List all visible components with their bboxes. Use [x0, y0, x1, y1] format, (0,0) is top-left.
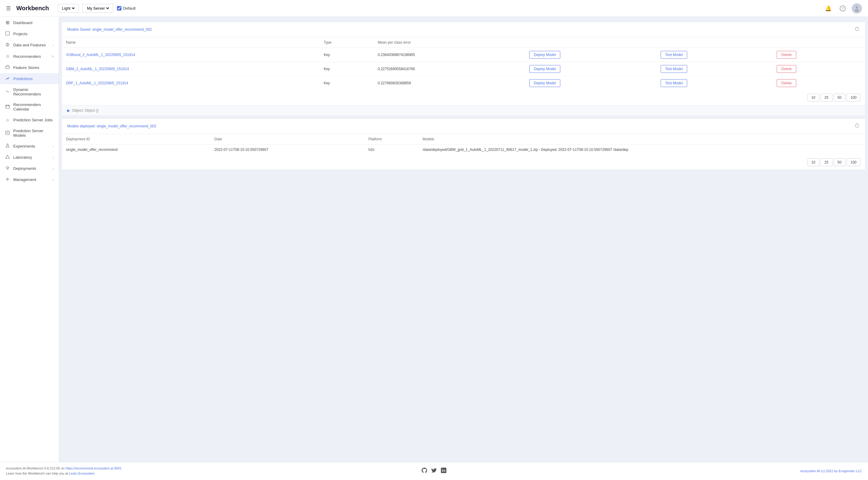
- test-model-button[interactable]: Test Model: [661, 65, 687, 73]
- page-btn-25[interactable]: 25: [820, 94, 832, 101]
- deployment-date: 2022-07-11T08:15:10.550729607: [210, 144, 364, 155]
- sidebar-label-recommenders: Recommenders: [13, 54, 49, 59]
- test-model-button[interactable]: Test Model: [661, 51, 687, 59]
- sidebar-item-feature-stores[interactable]: Feature Stores: [0, 62, 59, 73]
- avatar[interactable]: [852, 3, 862, 13]
- sidebar-item-prediction-server-models[interactable]: Prediction Server Models: [0, 126, 59, 141]
- delete-model-button[interactable]: Delete: [777, 51, 796, 59]
- model-type: Key: [319, 76, 373, 90]
- sidebar-item-recommenders[interactable]: ☆ Recommenders ∨: [0, 50, 59, 62]
- deploy-model-button[interactable]: Deploy Model: [529, 65, 560, 73]
- sidebar-item-management[interactable]: Management ‹: [0, 174, 59, 185]
- deploy-model-button[interactable]: Deploy Model: [529, 51, 560, 59]
- deployment-platform: h2o: [364, 144, 418, 155]
- svg-rect-4: [6, 32, 9, 35]
- models-saved-table-wrap: Name Type Mean per class error XGBoost_2…: [62, 37, 865, 90]
- test-model-button[interactable]: Test Model: [661, 79, 687, 87]
- models-saved-header: Models Saved: single_model_offer_recomme…: [62, 22, 865, 37]
- footer-link-learn[interactable]: Learn.Ecosystem: [69, 472, 95, 475]
- sidebar-item-dashboard[interactable]: ⊞ Dashboard: [0, 17, 59, 28]
- sidebar-item-experiments[interactable]: Experiments ‹: [0, 141, 59, 152]
- default-checkbox[interactable]: [117, 6, 121, 10]
- model-type: Key: [319, 62, 373, 76]
- svg-point-18: [7, 179, 8, 180]
- sidebar-item-predictions[interactable]: Predictions: [0, 73, 59, 84]
- svg-marker-16: [6, 155, 9, 159]
- model-error: 0.23640368874198905: [373, 48, 525, 62]
- deployed-page-btn-10[interactable]: 10: [807, 159, 819, 166]
- projects-icon: [5, 31, 10, 36]
- models-deployed-table-wrap: Deployment ID Date Platform Models singl…: [62, 134, 865, 155]
- deploy-model-button[interactable]: Deploy Model: [529, 79, 560, 87]
- server-selector[interactable]: My Server: [83, 4, 113, 13]
- github-icon[interactable]: [422, 468, 427, 474]
- recommenders-calendar-icon: [5, 104, 10, 110]
- prediction-server-models-icon: [5, 131, 10, 136]
- deployment-id: single_model_offer_recommend: [62, 144, 210, 155]
- sidebar-item-recommenders-calendar[interactable]: Recommenders Calendar: [0, 99, 59, 114]
- model-name-link[interactable]: XGBoost_2_AutoML_1_20220905_151914: [66, 53, 135, 57]
- model-name-link[interactable]: GBM_2_AutoML_1_20220905_151914: [66, 67, 129, 71]
- col-header-error: Mean per class error: [373, 37, 525, 48]
- server-select-input[interactable]: My Server: [86, 6, 110, 11]
- sidebar-label-experiments: Experiments: [13, 144, 50, 148]
- col-header-platform: Platform: [364, 134, 418, 144]
- twitter-icon[interactable]: [431, 468, 437, 474]
- model-error: 0.22752690558416766: [373, 62, 525, 76]
- dashboard-icon: ⊞: [5, 20, 10, 25]
- col-header-name: Name: [62, 37, 319, 48]
- sidebar-label-predictions: Predictions: [13, 76, 54, 81]
- sidebar-item-laboratory[interactable]: Laboratory ‹: [0, 152, 59, 163]
- footer-text2: Learn how the Workbench can help you at: [6, 472, 69, 475]
- models-deployed-pagination: 10 25 50 100: [62, 155, 865, 170]
- models-deployed-refresh-button[interactable]: [855, 123, 860, 130]
- sidebar-item-deployments[interactable]: Deployments ‹: [0, 163, 59, 174]
- help-button[interactable]: ?: [837, 3, 848, 14]
- page-btn-100[interactable]: 100: [846, 94, 861, 101]
- deployed-page-btn-100[interactable]: 100: [846, 159, 861, 166]
- main-content: Models Saved: single_model_offer_recomme…: [59, 17, 868, 462]
- sidebar-label-feature-stores: Feature Stores: [13, 65, 54, 70]
- deployments-chevron-icon: ‹: [53, 167, 54, 170]
- table-row: single_model_offer_recommend 2022-07-11T…: [62, 144, 865, 155]
- prediction-server-jobs-icon: ○: [5, 117, 10, 123]
- notifications-button[interactable]: 🔔: [823, 3, 834, 14]
- linkedin-icon[interactable]: [441, 468, 446, 474]
- footer-copyright-link[interactable]: ecosystem.AI (c) 2022: [800, 469, 833, 473]
- model-type: Key: [319, 48, 373, 62]
- sidebar-item-prediction-server-jobs[interactable]: ○ Prediction Server Jobs: [0, 114, 59, 126]
- delete-model-button[interactable]: Delete: [777, 65, 796, 73]
- svg-point-3: [855, 9, 859, 12]
- svg-rect-7: [6, 66, 9, 69]
- app-logo: Workbench: [16, 5, 49, 12]
- page-btn-10[interactable]: 10: [807, 94, 819, 101]
- model-name-link[interactable]: DRF_1_AutoML_1_20220905_151914: [66, 81, 128, 85]
- deployed-page-btn-25[interactable]: 25: [820, 159, 832, 166]
- predictions-icon: [5, 76, 10, 81]
- sidebar-item-dynamic-recommenders[interactable]: Dynamic Recommenders: [0, 84, 59, 99]
- sidebar-item-data-features[interactable]: Data and Features ‹: [0, 39, 59, 50]
- theme-selector[interactable]: Light Dark: [58, 4, 79, 13]
- footer-left: ecosystem.Ai Workbench 0.6.212.05 on htt…: [6, 466, 422, 476]
- management-icon: [5, 177, 10, 182]
- page-btn-50[interactable]: 50: [834, 94, 845, 101]
- default-label: Default: [123, 6, 135, 10]
- footer-link-server[interactable]: https://recommend.ecosystem.ai:3001: [65, 467, 121, 470]
- menu-icon[interactable]: ☰: [6, 5, 11, 12]
- experiments-icon: [5, 144, 10, 149]
- models-deployed-header: Models deployed: single_model_offer_reco…: [62, 118, 865, 134]
- expand-arrow-icon[interactable]: ▶: [67, 108, 70, 113]
- dynamic-recommenders-icon: [5, 90, 10, 95]
- col-header-type: Type: [319, 37, 373, 48]
- models-saved-value: single_model_offer_recommend_002: [92, 27, 152, 32]
- sidebar-item-projects[interactable]: Projects: [0, 28, 59, 39]
- theme-select-input[interactable]: Light Dark: [61, 6, 76, 11]
- models-saved-refresh-button[interactable]: [855, 26, 860, 33]
- col-header-action3: [772, 37, 865, 48]
- deployment-models: /data/deployed/GBM_grid_1_AutoML_1_20220…: [418, 144, 865, 155]
- deployed-page-btn-50[interactable]: 50: [834, 159, 845, 166]
- laboratory-chevron-icon: ‹: [53, 156, 54, 159]
- models-deployed-title: Models deployed: single_model_offer_reco…: [67, 124, 156, 128]
- delete-model-button[interactable]: Delete: [777, 79, 796, 87]
- table-row: DRF_1_AutoML_1_20220905_151914 Key 0.227…: [62, 76, 865, 90]
